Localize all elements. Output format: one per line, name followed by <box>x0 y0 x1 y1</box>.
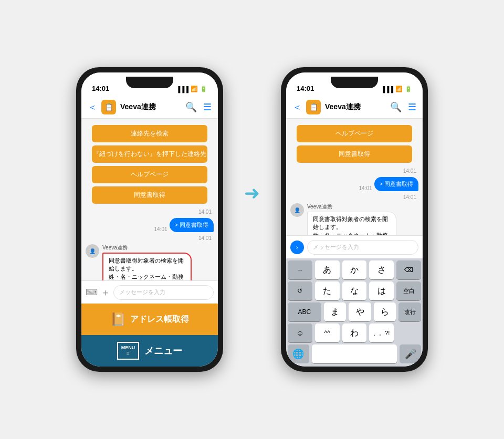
kb-na-key[interactable]: な <box>342 281 367 300</box>
kb-bottom-row: 🌐 🎤 <box>286 342 423 367</box>
left-address-btn[interactable]: 📔 アドレス帳取得 <box>81 304 218 335</box>
kb-space-key[interactable]: 空白 <box>396 281 421 300</box>
kb-ka-key[interactable]: か <box>342 260 367 279</box>
right-msg-content: Veeva連携 同意書取得対象者の検索を開始します。 姓・名・ニックネーム・勤務… <box>307 203 396 235</box>
kb-globe-key[interactable]: 🌐 <box>288 344 309 363</box>
left-consent-bubble: > 同意書取得 <box>170 218 214 232</box>
right-nav-bar: ＜ 📋 Veeva連携 🔍 ☰ <box>286 96 423 119</box>
kb-punct-key[interactable]: 、。?! <box>369 323 394 342</box>
right-msg-time-2: 14:01 <box>359 185 372 191</box>
right-nav-icon: 📋 <box>306 100 321 114</box>
kb-a-key[interactable]: あ <box>315 260 340 279</box>
kb-ra-key[interactable]: ら <box>374 302 396 321</box>
left-menu-label: メニュー <box>144 344 182 357</box>
wifi-icon: 📶 <box>191 86 198 92</box>
keyboard: → あ か さ ⌫ ↺ た な は 空白 ABC ま や ら <box>286 258 423 367</box>
kb-abc-key[interactable]: ABC <box>288 302 321 321</box>
chat-btn-unlink[interactable]: 『紐づけを行わない』を押下した連絡先 <box>92 145 207 163</box>
search-icon[interactable]: 🔍 <box>185 101 197 113</box>
right-menu-icon[interactable]: ☰ <box>408 101 416 113</box>
signal-icon: ▐▐▐ <box>176 86 188 92</box>
left-sender: Veeva連携 <box>102 244 192 252</box>
right-time-1: 14:01 <box>290 168 418 174</box>
right-nav-actions: 🔍 ☰ <box>390 101 416 113</box>
left-msg-text: 同意書取得対象者の検索を開始します。 姓・名・ニックネーム・勤務先に含まれる文字… <box>109 257 184 280</box>
right-avatar: 👤 <box>290 203 304 217</box>
kb-small-key[interactable]: ^^ <box>315 323 340 342</box>
battery-icon: 🔋 <box>200 86 207 92</box>
left-time-1: 14:01 <box>86 209 214 215</box>
right-signal-icon: ▐▐▐ <box>381 86 393 92</box>
left-address-label: アドレス帳取得 <box>130 314 189 325</box>
right-chat-buttons: ヘルプページ 同意書取得 <box>290 123 418 165</box>
kb-spacebar[interactable] <box>312 344 397 363</box>
chat-btn-search[interactable]: 連絡先を検索 <box>92 125 207 142</box>
kb-sa-key[interactable]: さ <box>369 260 394 279</box>
right-consent-bubble: > 同意書取得 <box>374 177 418 191</box>
right-notch <box>331 77 378 88</box>
right-send-arrow[interactable]: › <box>290 241 304 254</box>
chat-btn-help[interactable]: ヘルプページ <box>92 166 207 183</box>
kb-wa-key[interactable]: わ <box>342 323 367 342</box>
kb-ya-key[interactable]: や <box>349 302 371 321</box>
left-status-icons: ▐▐▐ 📶 🔋 <box>176 86 207 92</box>
kb-ma-key[interactable]: ま <box>324 302 346 321</box>
right-msg-bubble: 同意書取得対象者の検索を開始します。 姓・名・ニックネーム・勤務先に含まれる文字… <box>307 212 396 235</box>
right-chat-btn-consent[interactable]: 同意書取得 <box>297 145 412 163</box>
left-screen: 14:01 ▐▐▐ 📶 🔋 ＜ 📋 Veeva連携 🔍 ☰ <box>81 72 218 367</box>
left-menu-btn[interactable]: MENU ≡ メニュー <box>81 335 218 367</box>
left-input-bar: ⌨ ＋ メッセージを入力 <box>81 280 218 304</box>
left-msg-right: 14:01 > 同意書取得 <box>86 218 214 232</box>
right-chat-btn-help[interactable]: ヘルプページ <box>297 125 412 142</box>
left-status-time: 14:01 <box>92 85 109 92</box>
kb-row-3: ABC ま や ら 改行 <box>286 300 423 321</box>
right-chat-area: ヘルプページ 同意書取得 14:01 14:01 > 同意書取得 14:01 👤… <box>286 119 423 235</box>
right-time-3: 14:01 <box>290 194 418 200</box>
right-input-bar: › メッセージを入力 <box>286 235 423 258</box>
right-search-icon[interactable]: 🔍 <box>390 101 402 113</box>
menu-lines-icon: ≡ <box>121 350 135 357</box>
menu-icon[interactable]: ☰ <box>203 101 212 113</box>
left-nav-bar: ＜ 📋 Veeva連携 🔍 ☰ <box>81 96 218 119</box>
left-input-placeholder: メッセージを入力 <box>119 288 165 296</box>
right-back-button[interactable]: ＜ <box>292 101 302 113</box>
right-input-field[interactable]: メッセージを入力 <box>307 240 418 255</box>
right-nav-title: Veeva連携 <box>325 102 386 112</box>
kb-ta-key[interactable]: た <box>315 281 340 300</box>
left-back-button[interactable]: ＜ <box>88 101 97 113</box>
left-chat-buttons: 連絡先を検索 『紐づけを行わない』を押下した連絡先 ヘルプページ 同意書取得 <box>86 123 214 206</box>
right-wifi-icon: 📶 <box>395 86 403 92</box>
kb-enter-key[interactable]: 改行 <box>398 302 421 321</box>
right-msg-right: 14:01 > 同意書取得 <box>290 177 418 191</box>
right-phone-wrapper: 14:01 ▐▐▐ 📶 🔋 ＜ 📋 Veeva連携 🔍 ☰ <box>281 67 428 372</box>
left-nav-icon: 📋 <box>101 100 116 114</box>
right-phone: 14:01 ▐▐▐ 📶 🔋 ＜ 📋 Veeva連携 🔍 ☰ <box>281 67 428 372</box>
kb-row-2: ↺ た な は 空白 <box>286 279 423 300</box>
left-msg-time-2: 14:01 <box>154 226 167 232</box>
left-phone: 14:01 ▐▐▐ 📶 🔋 ＜ 📋 Veeva連携 🔍 ☰ <box>76 67 223 372</box>
left-nav-actions: 🔍 ☰ <box>185 101 212 113</box>
left-msg-bubble: 同意書取得対象者の検索を開始します。 姓・名・ニックネーム・勤務先に含まれる文字… <box>102 253 192 280</box>
kb-emoji-key[interactable]: ☺ <box>288 323 312 342</box>
kb-undo-key[interactable]: ↺ <box>288 281 312 300</box>
right-msg-text: 同意書取得対象者の検索を開始します。 姓・名・ニックネーム・勤務先に含まれる文字… <box>313 216 388 235</box>
left-keyboard-icon[interactable]: ⌨ <box>86 287 98 297</box>
menu-icon-box: MENU ≡ <box>117 342 140 360</box>
kb-row-4: ☺ ^^ わ 、。?! <box>286 321 423 342</box>
kb-ha-key[interactable]: は <box>369 281 394 300</box>
left-time-3: 14:01 <box>86 235 214 241</box>
left-plus-icon[interactable]: ＋ <box>101 286 110 299</box>
left-chat-area: 連絡先を検索 『紐づけを行わない』を押下した連絡先 ヘルプページ 同意書取得 1… <box>81 119 218 280</box>
left-msg-left-row: 👤 Veeva連携 同意書取得対象者の検索を開始します。 姓・名・ニックネーム・… <box>86 244 214 280</box>
kb-mic-key[interactable]: 🎤 <box>400 344 421 363</box>
kb-arrow-key[interactable]: → <box>288 260 312 279</box>
kb-delete-key[interactable]: ⌫ <box>396 260 421 279</box>
left-avatar: 👤 <box>86 244 99 258</box>
left-input-field[interactable]: メッセージを入力 <box>113 285 214 300</box>
chat-btn-consent[interactable]: 同意書取得 <box>92 186 207 204</box>
right-status-time: 14:01 <box>297 85 314 92</box>
left-nav-title: Veeva連携 <box>120 102 181 112</box>
left-phone-wrapper: 14:01 ▐▐▐ 📶 🔋 ＜ 📋 Veeva連携 🔍 ☰ <box>76 67 223 372</box>
right-screen: 14:01 ▐▐▐ 📶 🔋 ＜ 📋 Veeva連携 🔍 ☰ <box>286 72 423 367</box>
right-sender: Veeva連携 <box>307 203 396 211</box>
